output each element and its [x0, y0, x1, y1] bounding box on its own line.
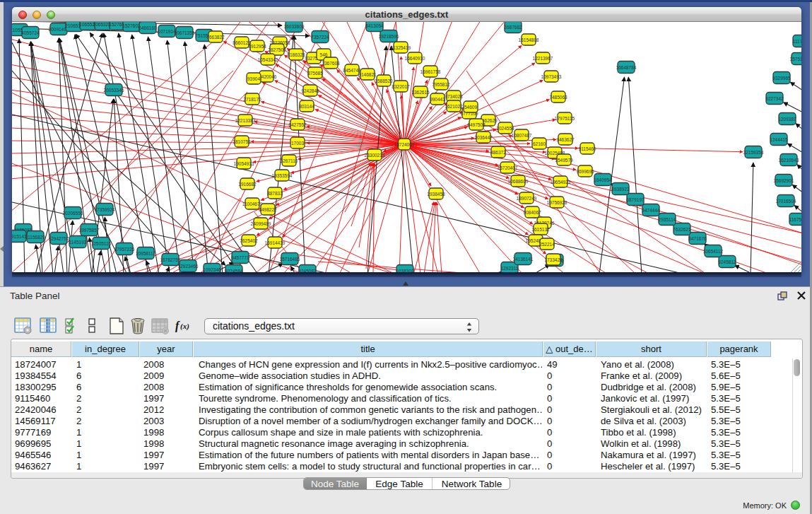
svg-text:9242848: 9242848: [301, 88, 319, 93]
svg-text:9084067: 9084067: [523, 210, 541, 215]
svg-text:1038302: 1038302: [396, 269, 414, 273]
svg-text:7632621: 7632621: [673, 227, 691, 232]
svg-text:1117254: 1117254: [793, 39, 801, 44]
svg-text:2718170: 2718170: [243, 97, 261, 102]
svg-text:1549579: 1549579: [555, 158, 573, 163]
svg-text:803144: 803144: [299, 104, 314, 109]
svg-text:9329965: 9329965: [772, 76, 791, 81]
svg-text:17975115: 17975115: [555, 116, 575, 121]
svg-text:15716485: 15716485: [280, 257, 300, 262]
svg-text:8938923: 8938923: [611, 187, 630, 192]
svg-text:7955812: 7955812: [432, 82, 450, 87]
svg-text:19353594: 19353594: [272, 173, 293, 178]
svg-text:9227342: 9227342: [765, 96, 784, 101]
svg-text:12505115: 12505115: [91, 241, 112, 246]
svg-text:9224584: 9224584: [225, 269, 243, 273]
svg-text:16210643: 16210643: [779, 158, 799, 163]
svg-text:10958117: 10958117: [136, 251, 156, 256]
svg-text:3498222: 3498222: [259, 207, 277, 212]
svg-text:24099489: 24099489: [251, 221, 271, 226]
svg-text:1209387: 1209387: [778, 117, 796, 122]
svg-text:1615132: 1615132: [531, 227, 550, 232]
svg-text:9734028: 9734028: [445, 94, 463, 99]
svg-text:8413054: 8413054: [365, 23, 384, 28]
svg-text:887833: 887833: [267, 191, 283, 196]
svg-text:17016504: 17016504: [776, 199, 796, 204]
svg-text:2687682: 2687682: [504, 25, 522, 30]
svg-text:93904: 93904: [247, 76, 260, 81]
svg-text:1810753: 1810753: [233, 139, 251, 144]
svg-text:1621022: 1621022: [445, 104, 463, 109]
svg-text:18724007: 18724007: [394, 142, 415, 147]
svg-text:2827509: 2827509: [268, 47, 286, 52]
svg-text:8471676: 8471676: [688, 236, 707, 241]
svg-text:2935114: 2935114: [659, 217, 676, 222]
svg-text:19975857: 19975857: [79, 228, 100, 233]
svg-text:3915141: 3915141: [12, 234, 27, 239]
svg-text:17003: 17003: [291, 141, 304, 146]
svg-text:9245082: 9245082: [298, 269, 317, 273]
svg-text:9146821: 9146821: [358, 72, 377, 77]
svg-text:1024554: 1024554: [496, 126, 514, 131]
svg-text:7663822: 7663822: [206, 35, 225, 40]
svg-text:17359924: 17359924: [95, 207, 115, 212]
svg-text:16961758: 16961758: [420, 69, 441, 74]
svg-text:19054933: 19054933: [234, 161, 254, 166]
svg-text:20206556: 20206556: [63, 211, 83, 216]
svg-text:2367608: 2367608: [322, 61, 340, 66]
svg-text:9699695: 9699695: [576, 169, 594, 174]
svg-text:9245812: 9245812: [718, 259, 736, 264]
svg-text:8322017: 8322017: [392, 84, 410, 89]
svg-text:8186328: 8186328: [287, 52, 305, 57]
svg-text:252214: 252214: [539, 242, 555, 247]
svg-text:9474444: 9474444: [642, 208, 660, 213]
svg-text:10807487: 10807487: [512, 133, 532, 138]
svg-text:15692901: 15692901: [774, 178, 794, 183]
svg-text:9457771: 9457771: [231, 255, 249, 260]
svg-text:14136141: 14136141: [513, 257, 534, 262]
svg-text:6466160: 6466160: [139, 25, 157, 30]
svg-text:6497508: 6497508: [467, 122, 486, 127]
svg-text:2036447: 2036447: [474, 135, 493, 140]
svg-text:12923466: 12923466: [178, 264, 199, 269]
svg-text:10654112: 10654112: [703, 249, 724, 254]
svg-text:6879197: 6879197: [626, 197, 645, 202]
svg-text:19654923: 19654923: [551, 180, 571, 185]
svg-text:16640910: 16640910: [405, 56, 425, 61]
svg-text:12942757: 12942757: [49, 236, 69, 241]
svg-text:546: 546: [320, 52, 328, 57]
svg-text:16782759: 16782759: [160, 257, 181, 262]
svg-text:1092346: 1092346: [203, 267, 221, 272]
svg-text:1071914: 1071914: [158, 29, 176, 34]
svg-text:16033809: 16033809: [284, 24, 305, 29]
svg-text:62160: 62160: [533, 141, 546, 146]
svg-text:12213383: 12213383: [235, 118, 256, 123]
svg-text:1588520: 1588520: [375, 78, 393, 83]
svg-text:1640954: 1640954: [594, 177, 612, 182]
svg-text:15751074: 15751074: [790, 57, 801, 62]
svg-text:10671355: 10671355: [175, 30, 195, 35]
svg-text:4055724: 4055724: [21, 30, 40, 35]
svg-text:7625402: 7625402: [240, 238, 258, 243]
svg-text:1244415: 1244415: [770, 137, 788, 142]
svg-text:15720407: 15720407: [498, 165, 518, 170]
svg-text:1938458: 1938458: [427, 192, 445, 197]
svg-text:1167534: 1167534: [789, 217, 801, 222]
svg-text:8427552: 8427552: [288, 122, 307, 127]
svg-text:12213967: 12213967: [533, 56, 553, 61]
svg-text:10973493: 10973493: [541, 74, 562, 79]
svg-text:3267110: 3267110: [281, 158, 298, 163]
svg-text:1292311: 1292311: [501, 266, 519, 271]
svg-text:18907249: 18907249: [517, 196, 537, 201]
svg-text:11325419: 11325419: [391, 45, 411, 50]
svg-text:7357224: 7357224: [311, 35, 329, 40]
svg-text:1733426: 1733426: [544, 257, 563, 262]
svg-text:19218596: 19218596: [379, 34, 399, 39]
svg-text:16154808: 16154808: [519, 37, 539, 42]
svg-text:16648784: 16648784: [616, 65, 637, 70]
svg-text:7485063: 7485063: [549, 95, 567, 100]
svg-text:f: f: [175, 320, 180, 332]
svg-text:23300213: 23300213: [365, 153, 385, 158]
svg-text:(x): (x): [180, 322, 189, 331]
svg-text:9463627: 9463627: [556, 137, 575, 142]
